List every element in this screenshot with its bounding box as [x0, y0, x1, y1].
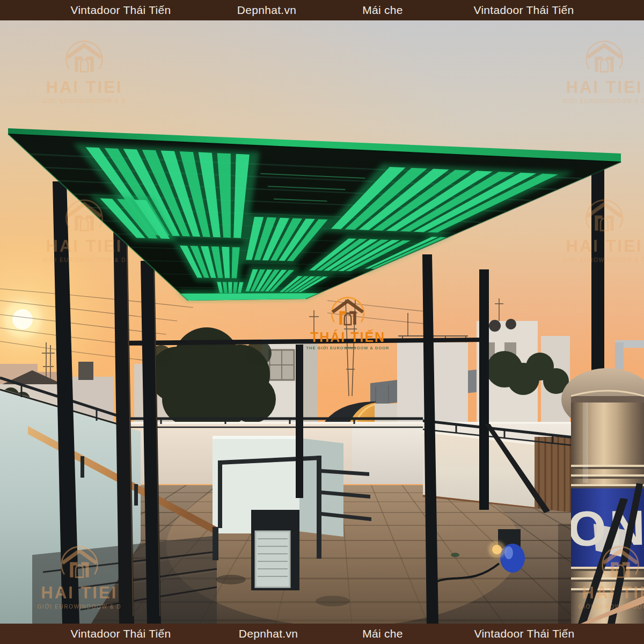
louver-door — [255, 531, 290, 587]
pergola-post — [479, 269, 489, 510]
brand-text: Vintadoor Thái Tiến — [70, 627, 171, 640]
rooftop-pergola-photo: ONH — [0, 20, 644, 624]
top-brand-bar: Vintadoor Thái Tiến Depnhat.vn Mái che V… — [0, 0, 644, 20]
brand-text: Mái che — [362, 4, 403, 17]
brand-text: Depnhat.vn — [237, 4, 296, 17]
brand-text: Depnhat.vn — [239, 627, 298, 640]
rooftop-water-heater — [78, 362, 93, 380]
pergola-post — [296, 345, 303, 498]
brand-text: Vintadoor Thái Tiến — [473, 4, 574, 17]
brand-text: Mái che — [362, 627, 403, 640]
roof-tank-sphere — [489, 320, 501, 332]
pergola-post — [591, 170, 604, 399]
brand-text: Vintadoor Thái Tiến — [474, 627, 574, 640]
water-tank: ONH — [561, 340, 644, 624]
brand-text: Vintadoor Thái Tiến — [70, 4, 171, 17]
sun — [12, 309, 33, 330]
page: Vintadoor Thái Tiến Depnhat.vn Mái che V… — [0, 0, 644, 644]
photo-scene: ONH — [0, 20, 644, 624]
bottom-brand-bar: Vintadoor Thái Tiến Depnhat.vn Mái che V… — [0, 624, 644, 644]
